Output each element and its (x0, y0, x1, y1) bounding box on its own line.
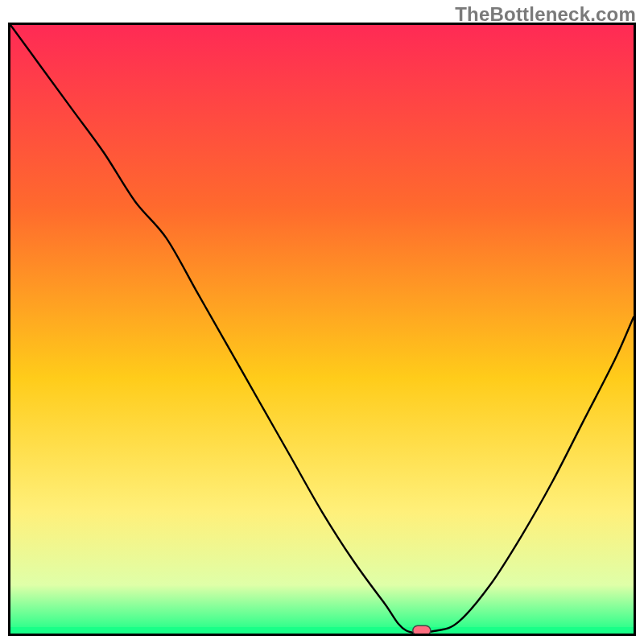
chart-baseline-band (10, 627, 634, 634)
chart-plot-area (8, 23, 636, 636)
chart-background (10, 25, 634, 634)
chart-svg (10, 25, 634, 634)
chart-marker (413, 625, 431, 634)
